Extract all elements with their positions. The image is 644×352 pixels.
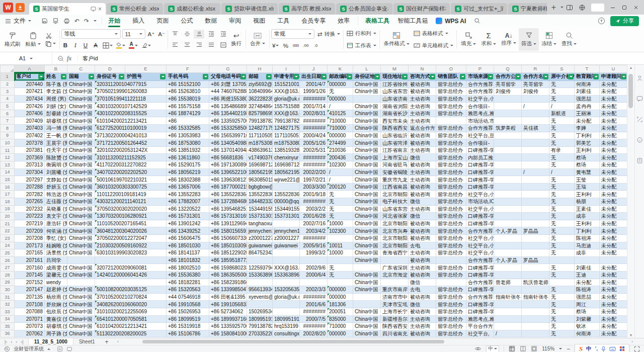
cell[interactable] <box>273 256 300 264</box>
cell[interactable]: 207062 <box>15 330 45 337</box>
cell[interactable]: +86 18056219 <box>167 168 209 176</box>
row-header-13[interactable]: 13 <box>1 161 15 169</box>
cell[interactable]: 留学总经办 <box>436 315 466 323</box>
restore-icon[interactable] <box>621 5 627 11</box>
cell[interactable] <box>494 95 522 103</box>
close-tab-icon[interactable]: × <box>98 6 102 13</box>
cell[interactable]: 1844823320 <box>247 198 273 206</box>
cell[interactable]: China中国 <box>353 168 381 176</box>
cell[interactable]: 无 <box>549 205 575 213</box>
cell[interactable]: China中国 <box>67 183 95 191</box>
column-header-O[interactable]: O <box>436 65 466 73</box>
cell[interactable]: 10011 <box>328 242 353 249</box>
cell[interactable]: 207421 <box>15 88 45 96</box>
cell[interactable]: 1534491551 <box>247 205 273 213</box>
cell[interactable]: China中国 <box>353 234 381 242</box>
cell[interactable]: China中国 <box>353 88 381 96</box>
cell[interactable]: 未分配 <box>600 279 627 286</box>
cell[interactable] <box>522 330 549 337</box>
cell[interactable] <box>353 95 381 103</box>
cell[interactable]: z20001227@ <box>247 234 273 242</box>
cell[interactable]: 桂婉唯 (女) <box>45 242 67 249</box>
cell[interactable] <box>353 264 381 272</box>
fill-button[interactable]: 填充 <box>458 28 478 51</box>
cell[interactable]: 重庆市九龙 <box>381 176 409 184</box>
cell[interactable]: gloria@uk.co <box>273 95 300 103</box>
cell[interactable]: hrq153199 <box>273 323 300 330</box>
cell[interactable]: / <box>522 168 549 176</box>
cell[interactable]: 612725200110100019 <box>95 125 167 132</box>
cell[interactable]: ######## <box>300 161 328 169</box>
cell[interactable]: 主动咨询 <box>409 117 436 125</box>
cell[interactable] <box>353 293 381 301</box>
cell[interactable]: 留学总经办 <box>436 154 466 161</box>
cell[interactable]: +86 1533258500 <box>209 125 247 132</box>
filter-dropdown-button[interactable] <box>488 74 493 79</box>
cell[interactable]: +86 1506607336 <box>209 234 247 242</box>
cell[interactable]: / <box>328 103 353 110</box>
cell[interactable]: 留学总经办 <box>436 249 466 257</box>
column-header-F[interactable]: F <box>167 65 209 73</box>
cell[interactable]: 留学总经办 <box>436 198 466 206</box>
ime-toolbox-icon[interactable] <box>619 346 625 351</box>
sogou-ime-icon[interactable]: S <box>579 345 583 352</box>
sort-button[interactable]: A↓ 排序 <box>499 28 519 51</box>
cell[interactable]: 留学总经办 <box>436 286 466 294</box>
cell[interactable]: 刘素佳 <box>575 264 600 272</box>
menu-item-7[interactable]: 工具 <box>271 15 295 27</box>
cell[interactable]: 王一帆 (男) <box>45 132 67 139</box>
cell[interactable]: wendy <box>45 279 67 286</box>
cell[interactable]: 未分配 <box>600 293 627 301</box>
cell[interactable]: +86 1355228364 <box>209 191 247 198</box>
cell[interactable]: 207223 <box>15 213 45 220</box>
cell[interactable]: 市场活动,IC <box>466 198 494 206</box>
redo-icon[interactable]: ↷ <box>84 18 89 24</box>
cell[interactable]: +44 07546918 <box>167 293 209 301</box>
cell[interactable]: 市场活动,市 <box>466 117 494 125</box>
row-header-27[interactable]: 27 <box>1 264 15 272</box>
cell[interactable]: China中国 <box>353 146 381 154</box>
field-header-cell[interactable]: 销售团队 <box>436 72 466 80</box>
page-layout-view-icon[interactable] <box>520 345 526 352</box>
field-header-cell[interactable]: 现住地址 <box>381 72 409 80</box>
cell[interactable]: 未分配 <box>600 88 627 96</box>
cell[interactable]: 钦冰 <box>575 323 600 330</box>
cell[interactable]: +86 19910568 <box>167 301 209 308</box>
cell[interactable]: China中国 <box>353 213 381 220</box>
row-header-11[interactable]: 11 <box>1 146 15 154</box>
cell[interactable]: +86 1340540988 <box>209 139 247 147</box>
cell[interactable]: 未分配 <box>600 110 627 117</box>
cell[interactable]: 1355228364 <box>247 191 273 198</box>
filter-dropdown-button[interactable] <box>430 74 435 79</box>
rail-contact-icon[interactable] <box>636 75 643 81</box>
cell[interactable] <box>273 301 300 308</box>
cell[interactable]: 蔡玚 <box>575 154 600 161</box>
decrease-decimal-button[interactable]: .0 <box>311 41 320 50</box>
cell[interactable]: 未分配 <box>600 286 627 294</box>
cell[interactable] <box>522 271 549 279</box>
cell[interactable]: China中国 <box>353 271 381 279</box>
cell[interactable]: 未分配 <box>600 330 627 337</box>
clear-format-button[interactable] <box>140 41 152 50</box>
cell[interactable]: +86 1877000215 <box>209 183 247 191</box>
cell[interactable]: China中国 <box>67 286 95 294</box>
cell[interactable]: 留学总经办 <box>436 161 466 169</box>
cell[interactable]: 河南省驻马 <box>381 161 409 169</box>
cell[interactable]: 北京市兴寿 <box>381 227 409 235</box>
cell[interactable]: China中国 <box>353 183 381 191</box>
cell[interactable]: 被动咨询 <box>409 234 436 242</box>
cell[interactable]: 150269534 <box>247 308 273 315</box>
close-icon[interactable] <box>633 5 639 11</box>
cast-screen-icon[interactable] <box>91 7 96 12</box>
cell[interactable]: China中国 <box>67 191 95 198</box>
cell[interactable]: 被动咨询 <box>409 256 436 264</box>
cell[interactable]: 未分配 <box>600 301 627 308</box>
cell[interactable]: 被动咨询 <box>409 293 436 301</box>
wps-logo-icon[interactable]: W <box>3 3 13 13</box>
font-size-select[interactable]: 11 <box>122 29 145 39</box>
field-header-cell[interactable]: 申请顾问 <box>600 72 627 80</box>
cell[interactable]: 未分配 <box>600 249 627 257</box>
cell[interactable]: guiwanwei <box>273 242 300 249</box>
cell[interactable]: 610104200212213421 <box>95 117 167 125</box>
cell[interactable]: 2000/7/5 <box>300 315 328 323</box>
